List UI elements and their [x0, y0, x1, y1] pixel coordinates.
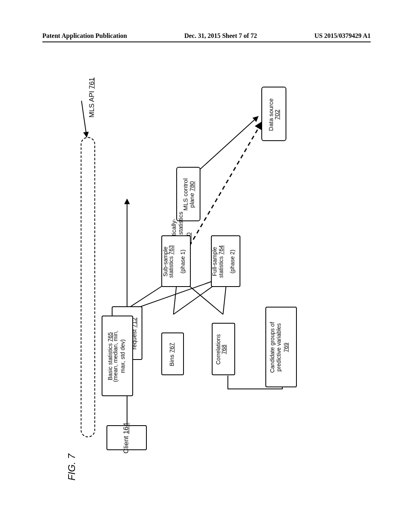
mls-control-line2: plane 780 [188, 181, 195, 208]
full-sample-line1: Full-sample [211, 247, 218, 276]
full-sample-line2: statistics 764 [218, 245, 224, 278]
mls-control-line1: MLS control [182, 178, 189, 210]
svg-line-3 [190, 122, 262, 246]
full-sample-line3: (phase 2) [229, 249, 236, 273]
basic-line3: max, std dev) [119, 339, 126, 373]
api-boundary [81, 137, 95, 437]
client-label: Client 164 [122, 423, 130, 454]
corr-ref: 768 [221, 345, 227, 354]
sub-sample-line2: statistics 763 [168, 245, 174, 278]
header-divider [42, 42, 371, 42]
header-center: Dec. 31, 2015 Sheet 7 of 72 [184, 32, 257, 39]
cand-ref: 769 [283, 343, 289, 352]
cand-line2: predictive variables [275, 323, 282, 372]
diagram-connectors [0, 0, 413, 532]
page-header: Patent Application Publication Dec. 31, … [42, 32, 371, 39]
svg-line-2 [200, 116, 258, 169]
cand-line1: Candidate groups of [269, 322, 275, 373]
figure-label: FIG. 7 [66, 454, 77, 481]
sub-sample-line3: (phase 1) [179, 249, 186, 273]
basic-line2: (mean, median, min, [112, 330, 119, 382]
page: Patent Application Publication Dec. 31, … [0, 0, 413, 532]
header-right: US 2015/0379429 A1 [314, 32, 371, 39]
bins-label: Bins 767 [168, 343, 175, 366]
data-source-ref: 702 [273, 110, 280, 120]
header-left: Patent Application Publication [42, 32, 127, 39]
mls-api-label: MLS API 761 [88, 77, 96, 117]
svg-line-0 [81, 101, 87, 137]
